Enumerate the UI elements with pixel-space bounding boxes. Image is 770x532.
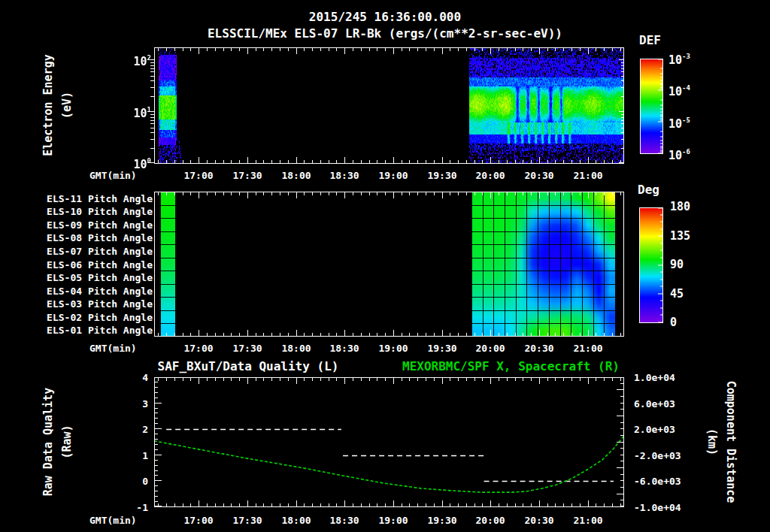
deg-colorbar — [639, 207, 663, 323]
electron-energy-axis-line2: (eV) — [58, 54, 77, 156]
def-colorbar-title: DEF — [639, 33, 661, 47]
time-tick-label: 20:30 — [517, 515, 562, 526]
pitch-row-label: ELS-02 Pitch Angle — [45, 312, 153, 323]
pitch-row-label: ELS-06 Pitch Angle — [45, 259, 153, 271]
def-colorbar — [640, 59, 663, 154]
component-distance-axis-label: Component Distance (km) — [702, 381, 740, 503]
raw-data-quality-axis-line1: Raw Data Quality — [39, 388, 58, 497]
time-tick-label: 20:30 — [517, 343, 562, 354]
gmt-label-bottom: GMT(min) — [89, 515, 137, 526]
electron-energy-axis-label: Electron Energy (eV) — [39, 54, 77, 156]
time-tick-label: 17:00 — [176, 170, 221, 181]
time-tick-label: 20:00 — [468, 170, 513, 181]
gmt-label-top: GMT(min) — [89, 170, 137, 181]
time-tick-label: 18:00 — [274, 170, 319, 181]
deg-colorbar-title: Deg — [638, 183, 659, 197]
distance-tick-label: -6.0e+03 — [634, 476, 681, 487]
pitch-row-label: ELS-01 Pitch Angle — [45, 325, 153, 336]
pitch-row-label: ELS-11 Pitch Angle — [45, 193, 153, 204]
main-title: 2015/245 16:36:00.000 — [0, 10, 770, 24]
time-tick-label: 21:00 — [565, 170, 611, 181]
time-tick-label: 21:00 — [565, 343, 611, 354]
time-tick-label: 20:00 — [468, 515, 513, 526]
pitch-angle-panel — [154, 192, 624, 337]
left-plot-title: SAF_BXuT/Data Quality (L) — [154, 359, 342, 373]
pitch-row-label: ELS-05 Pitch Angle — [45, 272, 153, 283]
deg-tick-label: 45 — [670, 289, 684, 300]
time-tick-label: 18:30 — [322, 343, 367, 354]
time-tick-label: 19:30 — [420, 343, 465, 354]
time-tick-label: 18:00 — [274, 343, 319, 354]
def-tick-label: 10-4 — [668, 83, 690, 98]
electron-energy-axis-line1: Electron Energy — [39, 54, 58, 156]
time-tick-label: 19:30 — [420, 515, 465, 526]
time-tick-label: 19:00 — [371, 515, 416, 526]
energy-tick-label: 101 — [106, 105, 151, 119]
distance-tick-label: 1.0e+04 — [634, 372, 675, 383]
time-tick-label: 18:30 — [322, 515, 367, 526]
quality-tick-label: 0 — [117, 476, 148, 487]
distance-tick-label: 2.0e+03 — [634, 424, 675, 435]
raw-data-quality-axis-line2: (Raw) — [58, 388, 77, 497]
time-tick-label: 17:30 — [225, 515, 270, 526]
distance-tick-label: -2.0e+03 — [634, 450, 681, 461]
time-tick-label: 17:00 — [176, 343, 221, 354]
time-tick-label: 19:00 — [371, 343, 416, 354]
energy-spectrogram-panel — [145, 47, 624, 164]
deg-tick-label: 0 — [670, 317, 677, 328]
pitch-row-label: ELS-04 Pitch Angle — [45, 286, 153, 297]
pitch-row-label: ELS-08 Pitch Angle — [45, 232, 153, 243]
time-tick-label: 18:30 — [322, 170, 367, 181]
quality-tick-label: 3 — [117, 398, 148, 410]
quality-tick-label: 1 — [117, 450, 148, 461]
raw-data-quality-axis-label: Raw Data Quality (Raw) — [39, 388, 77, 497]
pitch-row-label: ELS-07 Pitch Angle — [45, 246, 153, 257]
quality-tick-label: -1 — [117, 502, 148, 513]
def-tick-label: 10-6 — [668, 147, 690, 162]
time-tick-label: 20:30 — [517, 170, 562, 181]
time-tick-label: 20:00 — [468, 343, 513, 354]
deg-tick-label: 90 — [670, 259, 684, 271]
time-tick-label: 17:30 — [225, 170, 270, 181]
deg-tick-label: 135 — [670, 231, 690, 242]
gmt-label-middle: GMT(min) — [89, 343, 137, 354]
time-tick-label: 17:30 — [225, 343, 270, 354]
component-distance-axis-line2: (km) — [702, 381, 721, 503]
time-tick-label: 18:00 — [274, 515, 319, 526]
quality-tick-label: 4 — [117, 372, 148, 383]
distance-tick-label: 6.0e+03 — [634, 398, 675, 410]
pitch-row-label: ELS-03 Pitch Angle — [45, 298, 153, 310]
right-plot-title: MEXORBMC/SPF X, Spacecraft (R) — [396, 359, 626, 373]
component-distance-axis-line1: Component Distance — [721, 381, 740, 503]
time-tick-label: 19:30 — [420, 170, 465, 181]
energy-tick-label: 100 — [106, 156, 151, 171]
time-tick-label: 21:00 — [565, 515, 611, 526]
timeseries-panel — [154, 377, 624, 507]
quality-tick-label: 2 — [117, 424, 148, 435]
energy-tick-label: 102 — [106, 53, 151, 68]
distance-tick-label: -1.0e+04 — [634, 502, 681, 513]
time-tick-label: 19:00 — [371, 170, 416, 181]
deg-tick-label: 180 — [670, 201, 690, 213]
def-tick-label: 10-5 — [668, 116, 690, 130]
pitch-row-label: ELS-09 Pitch Angle — [45, 219, 153, 231]
plot-screen: 2015/245 16:36:00.000 ELSSCIL/MEx ELS-07… — [0, 0, 770, 532]
def-tick-label: 10-3 — [668, 52, 690, 66]
pitch-row-label: ELS-10 Pitch Angle — [45, 206, 153, 217]
time-tick-label: 17:00 — [176, 515, 221, 526]
